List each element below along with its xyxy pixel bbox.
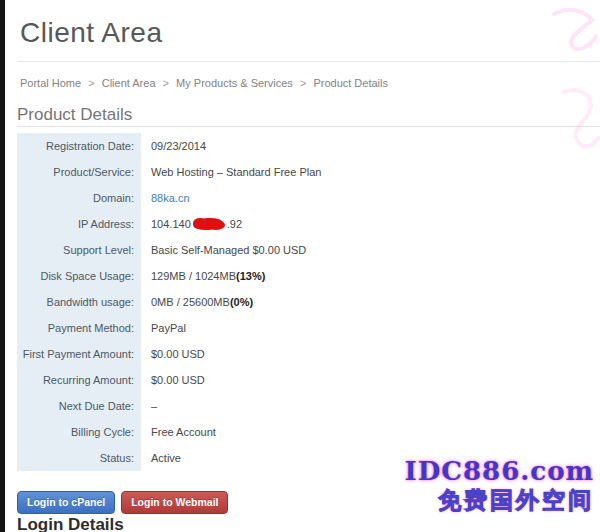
row-label: Support Level: bbox=[17, 237, 141, 263]
row-label: Product/Service: bbox=[17, 159, 141, 185]
breadcrumb-separator: > bbox=[159, 77, 173, 89]
table-row-support-level: Support Level: Basic Self-Managed $0.00 … bbox=[17, 237, 421, 263]
table-row-domain: Domain: 88ka.cn bbox=[17, 185, 421, 211]
domain-link[interactable]: 88ka.cn bbox=[151, 192, 190, 204]
table-row-billing-cycle: Billing Cycle: Free Account bbox=[17, 419, 421, 445]
title-divider bbox=[17, 61, 600, 62]
row-value: Web Hosting – Standard Free Plan bbox=[141, 159, 421, 185]
ip-suffix: .92 bbox=[227, 218, 242, 230]
breadcrumb-portal-home[interactable]: Portal Home bbox=[20, 77, 81, 89]
breadcrumb-product-details[interactable]: Product Details bbox=[313, 77, 388, 89]
table-row-status: Status: Active bbox=[17, 445, 421, 471]
breadcrumb-my-products[interactable]: My Products & Services bbox=[176, 77, 293, 89]
row-value: Free Account bbox=[141, 419, 421, 445]
value-text: Web Hosting – Standard Free Plan bbox=[151, 166, 321, 178]
ip-prefix: 104.140 bbox=[151, 218, 191, 230]
value-text: 09/23/2014 bbox=[151, 140, 206, 152]
row-label: Disk Space Usage: bbox=[17, 263, 141, 289]
row-label: First Payment Amount: bbox=[17, 341, 141, 367]
row-value: 129MB / 1024MB (13%) bbox=[141, 263, 421, 289]
value-text: – bbox=[151, 400, 157, 412]
value-text: Basic Self-Managed $0.00 USD bbox=[151, 244, 306, 256]
status-value: Active bbox=[151, 452, 181, 464]
value-percent: (13%) bbox=[236, 270, 265, 282]
value-text: 0MB / 25600MB bbox=[151, 296, 230, 308]
section-title: Product Details bbox=[17, 105, 132, 125]
table-row-recurring-amount: Recurring Amount: $0.00 USD bbox=[17, 367, 421, 393]
table-row-bandwidth-usage: Bandwidth usage: 0MB / 25600MB (0%) bbox=[17, 289, 421, 315]
login-details-title: Login Details bbox=[17, 515, 124, 532]
row-value: PayPal bbox=[141, 315, 421, 341]
row-value: $0.00 USD bbox=[141, 341, 421, 367]
product-details-table: Registration Date: 09/23/2014 Product/Se… bbox=[17, 133, 421, 471]
table-row-next-due-date: Next Due Date: – bbox=[17, 393, 421, 419]
row-value: Basic Self-Managed $0.00 USD bbox=[141, 237, 421, 263]
row-value: Active bbox=[141, 445, 421, 471]
value-text: $0.00 USD bbox=[151, 348, 205, 360]
row-value: 09/23/2014 bbox=[141, 133, 421, 159]
row-label: Status: bbox=[17, 445, 141, 471]
pink-scribble-marks bbox=[540, 0, 600, 160]
table-row-disk-space-usage: Disk Space Usage: 129MB / 1024MB (13%) bbox=[17, 263, 421, 289]
table-row-registration-date: Registration Date: 09/23/2014 bbox=[17, 133, 421, 159]
row-label: Registration Date: bbox=[17, 133, 141, 159]
window-left-edge bbox=[0, 0, 5, 532]
table-row-ip-address: IP Address: 104.140 .92 bbox=[17, 211, 421, 237]
row-label: Payment Method: bbox=[17, 315, 141, 341]
page-title: Client Area bbox=[20, 17, 162, 49]
login-to-webmail-button[interactable]: Login to Webmail bbox=[121, 491, 228, 514]
breadcrumb: Portal Home > Client Area > My Products … bbox=[20, 77, 388, 89]
watermark-chinese-text: 免费国外空间 bbox=[405, 489, 594, 512]
watermark: IDC886.com 免费国外空间 bbox=[405, 458, 594, 512]
action-buttons: Login to cPanel Login to Webmail bbox=[17, 491, 228, 514]
row-label: Next Due Date: bbox=[17, 393, 141, 419]
row-value: $0.00 USD bbox=[141, 367, 421, 393]
breadcrumb-separator: > bbox=[296, 77, 310, 89]
table-row-product-service: Product/Service: Web Hosting – Standard … bbox=[17, 159, 421, 185]
row-label: Billing Cycle: bbox=[17, 419, 141, 445]
login-to-cpanel-button[interactable]: Login to cPanel bbox=[17, 491, 115, 514]
row-label: Recurring Amount: bbox=[17, 367, 141, 393]
row-value: 104.140 .92 bbox=[141, 211, 421, 237]
value-text: $0.00 USD bbox=[151, 374, 205, 386]
row-label: Domain: bbox=[17, 185, 141, 211]
value-text: PayPal bbox=[151, 322, 186, 334]
row-value: 0MB / 25600MB (0%) bbox=[141, 289, 421, 315]
breadcrumb-client-area[interactable]: Client Area bbox=[102, 77, 156, 89]
value-percent: (0%) bbox=[230, 296, 253, 308]
row-label: IP Address: bbox=[17, 211, 141, 237]
watermark-site-name: IDC886.com bbox=[405, 458, 594, 484]
value-text: Free Account bbox=[151, 426, 216, 438]
table-row-payment-method: Payment Method: PayPal bbox=[17, 315, 421, 341]
ip-redaction-scribble bbox=[192, 217, 226, 231]
row-value: 88ka.cn bbox=[141, 185, 421, 211]
section-divider bbox=[17, 126, 600, 127]
row-label: Bandwidth usage: bbox=[17, 289, 141, 315]
table-row-first-payment-amount: First Payment Amount: $0.00 USD bbox=[17, 341, 421, 367]
breadcrumb-separator: > bbox=[84, 77, 98, 89]
value-text: 129MB / 1024MB bbox=[151, 270, 236, 282]
row-value: – bbox=[141, 393, 421, 419]
